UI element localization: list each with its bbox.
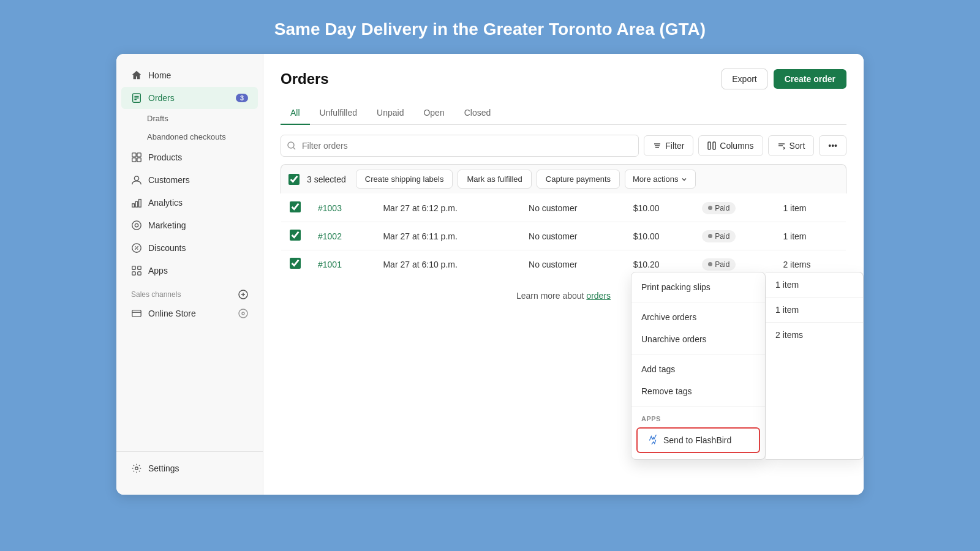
create-shipping-labels-button[interactable]: Create shipping labels bbox=[356, 170, 453, 189]
search-input[interactable] bbox=[281, 135, 639, 157]
sidebar-item-drafts[interactable]: Drafts bbox=[121, 110, 258, 127]
marketing-icon bbox=[131, 220, 142, 231]
order-date: Mar 27 at 6:12 p.m. bbox=[374, 194, 520, 222]
select-all-checkbox[interactable] bbox=[288, 174, 300, 185]
remove-tags-item[interactable]: Remove tags bbox=[631, 380, 765, 402]
sidebar: Home Orders 3 Drafts Abandoned checkouts bbox=[116, 54, 263, 495]
svg-rect-7 bbox=[137, 158, 141, 162]
unarchive-orders-item[interactable]: Unarchive orders bbox=[631, 328, 765, 350]
settings-circle-icon[interactable] bbox=[238, 309, 248, 318]
svg-point-29 bbox=[135, 467, 138, 470]
sidebar-item-orders[interactable]: Orders 3 bbox=[121, 87, 258, 109]
order-number[interactable]: #1002 bbox=[318, 231, 342, 241]
learn-more-text: Learn more about bbox=[516, 291, 584, 301]
item-count-panel: 1 item 1 item 2 items bbox=[766, 272, 864, 460]
sidebar-online-store-label: Online Store bbox=[148, 309, 196, 318]
more-actions-button[interactable]: More actions bbox=[625, 170, 696, 189]
sidebar-products-label: Products bbox=[148, 152, 182, 162]
print-packing-slips-item[interactable]: Print packing slips bbox=[631, 276, 765, 298]
svg-point-27 bbox=[239, 309, 247, 318]
item-count-row-1: 1 item bbox=[766, 272, 863, 298]
add-tags-item[interactable]: Add tags bbox=[631, 358, 765, 380]
filter-label: Filter bbox=[665, 141, 684, 151]
row-checkbox-1003[interactable] bbox=[290, 201, 301, 212]
export-button[interactable]: Export bbox=[722, 69, 767, 89]
send-to-flashbird-item[interactable]: Send to FlashBird bbox=[636, 427, 760, 453]
order-number[interactable]: #1001 bbox=[318, 260, 342, 269]
order-date: Mar 27 at 6:11 p.m. bbox=[374, 222, 520, 250]
page-banner-title: Same Day Delivery in the Greater Toronto… bbox=[0, 20, 980, 39]
sidebar-item-marketing[interactable]: Marketing bbox=[121, 214, 258, 236]
sidebar-item-products[interactable]: Products bbox=[121, 146, 258, 168]
svg-rect-11 bbox=[139, 200, 141, 208]
selected-count-label: 3 selected bbox=[307, 174, 346, 184]
sidebar-item-discounts[interactable]: Discounts bbox=[121, 237, 258, 259]
header-actions: Export Create order bbox=[722, 69, 846, 89]
svg-rect-35 bbox=[708, 142, 710, 149]
archive-orders-item[interactable]: Archive orders bbox=[631, 306, 765, 328]
create-order-button[interactable]: Create order bbox=[774, 69, 846, 89]
sidebar-abandoned-label: Abandoned checkouts bbox=[147, 132, 226, 141]
svg-point-17 bbox=[137, 249, 138, 250]
sidebar-item-abandoned[interactable]: Abandoned checkouts bbox=[121, 128, 258, 146]
search-wrapper bbox=[281, 135, 639, 157]
sidebar-item-settings[interactable]: Settings bbox=[121, 457, 258, 479]
row-checkbox-1002[interactable] bbox=[290, 230, 301, 241]
svg-rect-21 bbox=[138, 272, 141, 275]
sidebar-orders-label: Orders bbox=[148, 93, 175, 103]
columns-button[interactable]: Columns bbox=[698, 135, 763, 156]
order-customer: No customer bbox=[520, 250, 625, 279]
svg-rect-25 bbox=[132, 310, 141, 317]
svg-rect-5 bbox=[137, 153, 141, 157]
sidebar-item-apps[interactable]: Apps bbox=[121, 260, 258, 282]
sidebar-item-analytics[interactable]: Analytics bbox=[121, 192, 258, 214]
tab-open[interactable]: Open bbox=[413, 102, 454, 125]
row-checkbox-1001[interactable] bbox=[290, 258, 301, 269]
sidebar-discounts-label: Discounts bbox=[148, 243, 186, 253]
orders-link[interactable]: orders bbox=[586, 291, 611, 301]
tab-all[interactable]: All bbox=[281, 102, 310, 125]
sidebar-item-home[interactable]: Home bbox=[121, 64, 258, 86]
svg-rect-36 bbox=[713, 142, 715, 149]
order-items: 1 item bbox=[774, 222, 846, 250]
capture-payments-button[interactable]: Capture payments bbox=[537, 170, 620, 189]
sales-channels-section: Sales channels bbox=[116, 282, 263, 302]
tab-closed[interactable]: Closed bbox=[454, 102, 501, 125]
analytics-icon bbox=[131, 197, 142, 208]
columns-icon bbox=[707, 141, 716, 150]
tab-unfulfilled[interactable]: Unfulfilled bbox=[310, 102, 367, 125]
svg-rect-10 bbox=[135, 201, 138, 207]
chevron-down-icon bbox=[680, 176, 688, 183]
item-count-row-2: 1 item bbox=[766, 298, 863, 323]
table-row: #1002 Mar 27 at 6:11 p.m. No customer $1… bbox=[281, 222, 846, 250]
order-amount: $10.00 bbox=[625, 194, 694, 222]
online-store-icon bbox=[131, 308, 142, 319]
flashbird-icon bbox=[647, 435, 658, 446]
order-number[interactable]: #1003 bbox=[318, 203, 342, 213]
customers-icon bbox=[131, 174, 142, 186]
sidebar-customers-label: Customers bbox=[148, 175, 190, 185]
order-customer: No customer bbox=[520, 222, 625, 250]
sidebar-drafts-label: Drafts bbox=[147, 114, 168, 123]
sort-button[interactable]: Sort bbox=[768, 135, 815, 156]
sidebar-item-online-store[interactable]: Online Store bbox=[121, 302, 258, 324]
status-badge: Paid bbox=[702, 230, 736, 242]
filter-button[interactable]: Filter bbox=[644, 135, 693, 156]
mark-fulfilled-button[interactable]: Mark as fulfilled bbox=[458, 170, 531, 189]
sidebar-marketing-label: Marketing bbox=[148, 220, 186, 230]
settings-icon bbox=[131, 463, 142, 474]
svg-rect-9 bbox=[132, 204, 135, 207]
order-date: Mar 27 at 6:10 p.m. bbox=[374, 250, 520, 279]
sidebar-apps-label: Apps bbox=[148, 266, 168, 276]
more-actions-dropdown: Print packing slips Archive orders Unarc… bbox=[631, 272, 864, 460]
svg-rect-4 bbox=[132, 153, 136, 157]
add-channel-icon[interactable] bbox=[238, 290, 248, 299]
more-filters-button[interactable]: ••• bbox=[819, 135, 846, 156]
item-count-row-3: 2 items bbox=[766, 323, 863, 347]
order-customer: No customer bbox=[520, 194, 625, 222]
apps-section-label: APPS bbox=[631, 410, 765, 425]
dropdown-menu: Print packing slips Archive orders Unarc… bbox=[631, 272, 766, 460]
filter-bar: Filter Columns Sort ••• bbox=[281, 135, 846, 157]
tab-unpaid[interactable]: Unpaid bbox=[367, 102, 413, 125]
sidebar-item-customers[interactable]: Customers bbox=[121, 169, 258, 191]
